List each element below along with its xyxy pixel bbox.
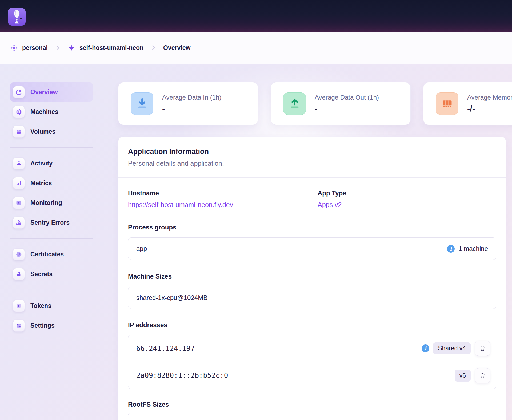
sidebar-item-overview[interactable]: Overview: [10, 82, 93, 102]
ip-addresses-box: 66.241.124.197 i Shared v4: [128, 335, 496, 389]
ip-row: 66.241.124.197 i Shared v4: [128, 335, 496, 362]
process-group-row: app i 1 machine: [128, 237, 496, 260]
certificate-badge-icon: [13, 248, 25, 260]
sidebar-label: Metrics: [30, 180, 52, 187]
sidebar-label: Monitoring: [30, 199, 62, 207]
ip-type-badge: Shared v4: [433, 342, 471, 354]
breadcrumb-app-label: self-host-umami-neon: [79, 44, 143, 51]
ip-addresses-section: IP addresses 66.241.124.197 i Shared v4: [128, 321, 496, 389]
bar-chart-icon: [13, 177, 25, 189]
hostname-label: Hostname: [128, 189, 318, 197]
application-information-card: Application Information Personal details…: [118, 137, 506, 420]
rootfs-box: 471 MB 1 machine: [128, 413, 496, 420]
chevron-right-icon: [150, 44, 157, 51]
ip-address-v6: 2a09:8280:1::2b:b52c:0: [136, 371, 228, 379]
sidebar-item-tokens[interactable]: Tokens: [10, 296, 93, 316]
sidebar-item-machines[interactable]: Machines: [10, 102, 93, 122]
stat-card-data-in: Average Data In (1h) -: [118, 82, 258, 125]
machine-size-row: shared-1x-cpu@1024MB: [128, 287, 496, 309]
machine-size-value: shared-1x-cpu@1024MB: [136, 294, 207, 302]
sentry-icon: [13, 217, 25, 229]
sidebar-divider: [10, 290, 93, 290]
download-icon: [131, 92, 153, 115]
sidebar-label: Tokens: [30, 302, 51, 310]
page-title: Application Information: [128, 148, 496, 156]
app-type-field: App Type Apps v2: [318, 189, 346, 209]
breadcrumb-org-label: personal: [22, 44, 48, 51]
sidebar-item-sentry-errors[interactable]: Sentry Errors: [10, 213, 93, 232]
sidebar-label: Machines: [30, 108, 58, 116]
sidebar-divider: [10, 238, 93, 239]
ip-address-v4: 66.241.124.197: [136, 344, 195, 352]
sidebar: Overview Machines: [10, 82, 93, 420]
breadcrumb-org[interactable]: personal: [10, 44, 48, 52]
sidebar-label: Sentry Errors: [30, 219, 70, 226]
rootfs-sizes-label: RootFS Sizes: [128, 401, 496, 408]
sidebar-item-certificates[interactable]: Certificates: [10, 244, 93, 264]
process-groups-section: Process groups app i 1 machine: [128, 224, 496, 260]
stat-value: -: [162, 104, 221, 113]
fly-logo[interactable]: [8, 8, 26, 26]
sidebar-label: Overview: [30, 89, 58, 96]
stat-value: -/-: [467, 104, 512, 113]
monitor-pulse-icon: [13, 197, 25, 209]
chevron-right-icon: [54, 44, 61, 51]
hostname-link[interactable]: https://self-host-umami-neon.fly.dev: [128, 201, 233, 209]
sidebar-item-activity[interactable]: Activity: [10, 153, 93, 173]
sparkle-icon: [67, 44, 75, 52]
breadcrumb: personal self-host-umami-neon Overview: [0, 32, 512, 64]
info-icon[interactable]: i: [447, 245, 455, 253]
machine-sizes-label: Machine Sizes: [128, 273, 496, 280]
cpu-icon: [13, 106, 25, 118]
sidebar-item-metrics[interactable]: Metrics: [10, 173, 93, 193]
sidebar-label: Secrets: [30, 271, 53, 278]
stat-label: Average Data Out (1h): [315, 94, 379, 101]
sidebar-item-volumes[interactable]: Volumes: [10, 122, 93, 141]
activity-icon: [13, 157, 25, 169]
rootfs-sizes-section: RootFS Sizes 471 MB 1 machine: [128, 401, 496, 420]
breadcrumb-app[interactable]: self-host-umami-neon: [67, 44, 143, 52]
sidebar-divider: [10, 147, 93, 148]
stat-label: Average Memory: [467, 94, 512, 101]
sidebar-item-settings[interactable]: Settings: [10, 316, 93, 335]
machine-count: 1 machine: [458, 245, 488, 252]
upload-icon: [283, 92, 306, 115]
app-header: [0, 0, 512, 32]
stat-card-memory: Average Memory -/-: [423, 82, 512, 125]
toggles-icon: [13, 320, 25, 332]
app-type-label: App Type: [318, 189, 346, 197]
sidebar-label: Volumes: [30, 128, 55, 135]
delete-ip-button[interactable]: [475, 368, 490, 383]
process-group-name: app: [136, 245, 147, 252]
ip-row: 2a09:8280:1::2b:b52c:0 v6: [128, 362, 496, 389]
app-type-link[interactable]: Apps v2: [318, 201, 342, 209]
sidebar-label: Certificates: [30, 251, 64, 258]
page-subtitle: Personal details and application.: [128, 160, 496, 167]
keyhole-icon: [13, 300, 25, 312]
overview-pie-icon: [13, 86, 25, 98]
box-icon: [13, 126, 25, 138]
hostname-field: Hostname https://self-host-umami-neon.fl…: [128, 189, 318, 209]
stat-card-data-out: Average Data Out (1h) -: [271, 82, 411, 125]
delete-ip-button[interactable]: [475, 341, 490, 356]
sidebar-label: Activity: [30, 160, 53, 167]
org-icon: [10, 44, 18, 52]
stats-row: Average Data In (1h) - Average Data Out …: [118, 82, 512, 125]
breadcrumb-page-label: Overview: [163, 44, 190, 51]
sidebar-item-monitoring[interactable]: Monitoring: [10, 193, 93, 213]
memory-icon: [436, 92, 458, 115]
machine-sizes-section: Machine Sizes shared-1x-cpu@1024MB: [128, 273, 496, 309]
stat-label: Average Data In (1h): [162, 94, 221, 101]
info-icon[interactable]: i: [422, 344, 429, 352]
stat-value: -: [315, 104, 379, 113]
ip-type-badge: v6: [455, 370, 471, 382]
process-groups-label: Process groups: [128, 224, 496, 231]
ip-addresses-label: IP addresses: [128, 321, 496, 329]
breadcrumb-page[interactable]: Overview: [163, 44, 190, 51]
lock-icon: [13, 268, 25, 280]
application-information-header: Application Information Personal details…: [118, 137, 506, 178]
main-content: Average Data In (1h) - Average Data Out …: [118, 82, 512, 420]
rootfs-row: 471 MB 1 machine: [128, 413, 496, 420]
sidebar-label: Settings: [30, 322, 55, 329]
sidebar-item-secrets[interactable]: Secrets: [10, 264, 93, 284]
